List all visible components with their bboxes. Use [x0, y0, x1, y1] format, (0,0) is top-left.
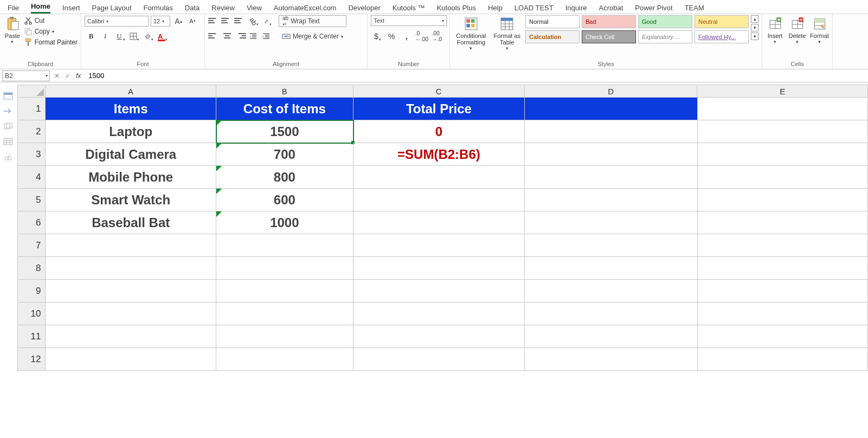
select-all-corner[interactable]	[17, 85, 46, 98]
menu-tab-page-layout[interactable]: Page Layout	[92, 4, 132, 12]
cell-E9[interactable]	[698, 280, 869, 302]
col-header-B[interactable]: B	[216, 85, 353, 98]
cell-E11[interactable]	[698, 325, 869, 348]
menu-tab-kutools-[interactable]: Kutools ™	[393, 4, 425, 12]
col-header-A[interactable]: A	[46, 85, 216, 98]
menu-tab-automateexcel-com[interactable]: AutomateExcel.com	[274, 4, 337, 12]
enter-formula-button[interactable]: ✓	[65, 72, 70, 80]
style-calculation[interactable]: Calculation	[525, 30, 580, 43]
cell-A10[interactable]	[46, 302, 216, 325]
cell-B10[interactable]	[216, 302, 353, 325]
row-header-3[interactable]: 3	[17, 143, 46, 166]
side-icon-1[interactable]	[3, 92, 13, 100]
style-explanatory-[interactable]: Explanatory ...	[638, 30, 692, 43]
delete-cells-button[interactable]: Delete▾	[788, 15, 807, 53]
cell-C3[interactable]: =SUM(B2:B6)	[353, 143, 525, 166]
orientation-button[interactable]: ab▾	[247, 15, 259, 27]
align-middle-button[interactable]	[221, 15, 233, 26]
menu-tab-formulas[interactable]: Formulas	[144, 4, 173, 12]
percent-button[interactable]: %	[386, 30, 397, 42]
cell-A1[interactable]: Items	[46, 98, 216, 120]
col-header-D[interactable]: D	[525, 85, 697, 98]
cell-D9[interactable]	[525, 280, 697, 302]
font-size-select[interactable]: 12▾	[151, 16, 170, 27]
merge-center-button[interactable]: Merge & Center▾	[279, 30, 346, 42]
wrap-text-button[interactable]: ab↵Wrap Text	[279, 15, 346, 27]
cell-E3[interactable]	[698, 143, 869, 166]
row-header-8[interactable]: 8	[17, 257, 46, 280]
cell-A7[interactable]	[46, 234, 216, 257]
row-header-2[interactable]: 2	[17, 120, 46, 143]
cell-C9[interactable]	[353, 280, 525, 302]
cell-C5[interactable]	[353, 189, 525, 211]
cell-A2[interactable]: Laptop	[46, 120, 216, 143]
cell-C12[interactable]	[353, 348, 525, 371]
border-button[interactable]: ▾	[127, 30, 140, 42]
cell-C2[interactable]: 0	[353, 120, 525, 143]
comma-button[interactable]: ,	[401, 30, 412, 42]
cell-E6[interactable]	[698, 211, 869, 234]
cell-C4[interactable]	[353, 166, 525, 189]
cell-C10[interactable]	[353, 302, 525, 325]
menu-tab-developer[interactable]: Developer	[348, 4, 380, 12]
align-bottom-button[interactable]	[234, 15, 246, 26]
menu-tab-power-pivot[interactable]: Power Pivot	[635, 4, 672, 12]
cell-C7[interactable]	[353, 234, 525, 257]
style-bad[interactable]: Bad	[582, 15, 636, 28]
cell-E2[interactable]	[698, 120, 869, 143]
row-header-9[interactable]: 9	[17, 280, 46, 302]
cell-D3[interactable]	[525, 143, 697, 166]
name-box[interactable]: B2▾	[2, 70, 50, 81]
spreadsheet[interactable]: ABCDE 1ItemsCost of ItemsTotal Price2Lap…	[17, 85, 868, 438]
cell-B1[interactable]: Cost of Items	[216, 98, 353, 120]
menu-tab-insert[interactable]: Insert	[62, 4, 80, 12]
cancel-formula-button[interactable]: ✕	[54, 72, 60, 80]
menu-tab-review[interactable]: Review	[211, 4, 235, 12]
cell-B5[interactable]: 600	[216, 189, 353, 211]
cell-A9[interactable]	[46, 280, 216, 302]
format-as-table-button[interactable]: Format as Table▾	[492, 15, 522, 53]
orientation-button-2[interactable]: ⤢▾	[260, 15, 272, 27]
cell-B11[interactable]	[216, 325, 353, 348]
cell-D8[interactable]	[525, 257, 697, 280]
menu-tab-inquire[interactable]: Inquire	[565, 4, 587, 12]
side-icon-5[interactable]	[3, 153, 13, 160]
cell-C6[interactable]	[353, 211, 525, 234]
cell-D12[interactable]	[525, 348, 697, 371]
cell-A8[interactable]	[46, 257, 216, 280]
cell-D10[interactable]	[525, 302, 697, 325]
cell-D11[interactable]	[525, 325, 697, 348]
cell-E5[interactable]	[698, 189, 869, 211]
format-cells-button[interactable]: Format▾	[810, 15, 829, 53]
menu-tab-help[interactable]: Help	[488, 4, 503, 12]
increase-font-button[interactable]: A▴	[172, 15, 184, 27]
font-color-button[interactable]: A▾	[155, 30, 168, 42]
menu-tab-team[interactable]: TEAM	[685, 4, 704, 12]
cell-A3[interactable]: Digital Camera	[46, 143, 216, 166]
cell-D5[interactable]	[525, 189, 697, 211]
fill-color-button[interactable]: ▾	[141, 30, 154, 42]
cell-D1[interactable]	[525, 98, 697, 120]
cell-B9[interactable]	[216, 280, 353, 302]
style-normal[interactable]: Normal	[525, 15, 580, 28]
gallery-down-button[interactable]: ▾	[751, 24, 758, 31]
formula-input[interactable]	[85, 70, 868, 81]
side-icon-3[interactable]	[3, 123, 13, 130]
italic-button[interactable]: I	[99, 30, 112, 42]
row-header-11[interactable]: 11	[17, 325, 46, 348]
align-right-button[interactable]	[234, 30, 246, 41]
format-painter-button[interactable]: Format Painter	[24, 38, 78, 47]
cell-A4[interactable]: Mobile Phone	[46, 166, 216, 189]
col-header-C[interactable]: C	[353, 85, 525, 98]
style-check-cell[interactable]: Check Cell	[582, 30, 636, 43]
cell-E12[interactable]	[698, 348, 869, 371]
side-icon-2[interactable]	[3, 107, 13, 115]
cell-C8[interactable]	[353, 257, 525, 280]
row-header-4[interactable]: 4	[17, 166, 46, 189]
cell-B12[interactable]	[216, 348, 353, 371]
decrease-font-button[interactable]: A▾	[187, 15, 198, 27]
cell-A12[interactable]	[46, 348, 216, 371]
cell-B4[interactable]: 800	[216, 166, 353, 189]
cell-B3[interactable]: 700	[216, 143, 353, 166]
fx-button[interactable]: fx	[76, 72, 81, 80]
